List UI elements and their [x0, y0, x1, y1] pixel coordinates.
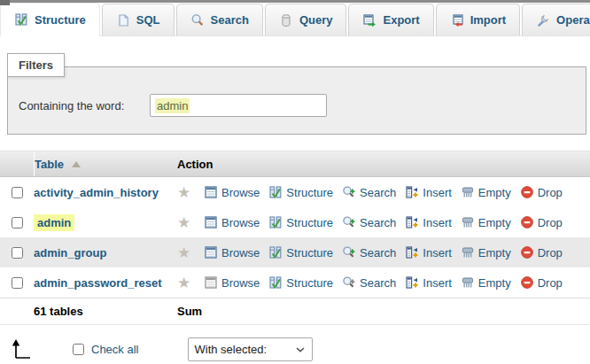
structure-link[interactable]: Structure	[268, 245, 333, 259]
tab-search[interactable]: Search	[176, 4, 263, 35]
tab-export[interactable]: Export	[348, 4, 433, 35]
browse-link[interactable]: Browse	[204, 185, 260, 199]
window-corner-notch	[0, 0, 10, 5]
page-tabs: Structure SQL Search Query Export Import…	[0, 3, 590, 36]
search-link[interactable]: Search	[342, 245, 396, 259]
structure-link[interactable]: Structure	[268, 275, 333, 290]
sql-icon	[116, 13, 130, 27]
browse-link[interactable]: Browse	[204, 275, 260, 290]
insert-row-icon	[405, 185, 419, 199]
rows-pointer-arrow-icon	[10, 338, 33, 360]
browse-table-icon	[204, 185, 218, 199]
table-header-row: Table Action	[0, 151, 590, 177]
tables-count: 61 tables	[34, 305, 83, 318]
search-plus-icon	[342, 215, 356, 229]
drop-link[interactable]: Drop	[520, 275, 563, 290]
insert-link[interactable]: Insert	[405, 245, 452, 259]
structure-icon	[268, 185, 283, 199]
tab-label: Import	[470, 13, 506, 27]
empty-table-icon	[461, 215, 475, 229]
tab-import[interactable]: Import	[436, 4, 520, 35]
insert-link[interactable]: Insert	[405, 185, 452, 199]
drop-icon	[520, 215, 534, 229]
tab-operations[interactable]: Operations	[522, 4, 590, 35]
search-link[interactable]: Search	[342, 215, 396, 229]
tab-label: SQL	[136, 13, 160, 27]
drop-icon	[520, 245, 534, 259]
table-name-link[interactable]: admin_password_reset	[34, 276, 162, 290]
row-checkbox[interactable]	[12, 247, 23, 259]
filter-label: Containing the word:	[19, 99, 150, 112]
filter-word-input[interactable]: admin	[150, 94, 327, 117]
empty-table-icon	[461, 275, 475, 290]
structure-icon	[268, 245, 283, 259]
structure-link[interactable]: Structure	[268, 215, 333, 229]
drop-link[interactable]: Drop	[520, 185, 563, 199]
table-name-link[interactable]: admin_group	[34, 246, 106, 259]
tab-structure[interactable]: Structure	[0, 3, 100, 36]
check-all-label: Check all	[91, 343, 138, 356]
tab-label: Operations	[556, 13, 590, 27]
row-checkbox[interactable]	[12, 187, 23, 198]
search-plus-icon	[342, 245, 356, 259]
row-checkbox[interactable]	[12, 217, 23, 228]
check-all-control[interactable]: Check all	[73, 343, 138, 356]
tab-label: Export	[383, 13, 419, 27]
operations-icon	[536, 13, 550, 27]
structure-icon	[268, 215, 283, 229]
empty-table-icon	[461, 185, 475, 199]
window-top-strip	[0, 0, 590, 3]
tables-list: Table Action activity_admin_history ★ Br…	[0, 151, 590, 325]
filter-input-value: admin	[155, 98, 190, 113]
favorite-star-icon[interactable]: ★	[177, 215, 193, 230]
browse-table-icon	[204, 275, 218, 290]
tab-query[interactable]: Query	[265, 4, 347, 35]
insert-link[interactable]: Insert	[405, 275, 452, 290]
insert-row-icon	[405, 245, 419, 259]
empty-table-icon	[461, 245, 475, 259]
filters-fieldset: Filters Containing the word: admin	[7, 66, 586, 135]
search-link[interactable]: Search	[342, 185, 396, 199]
structure-link[interactable]: Structure	[268, 185, 333, 199]
query-icon	[279, 13, 293, 27]
table-name-link[interactable]: admin	[34, 214, 74, 231]
empty-link[interactable]: Empty	[461, 275, 511, 290]
insert-link[interactable]: Insert	[405, 215, 452, 229]
favorite-star-icon[interactable]: ★	[177, 245, 193, 260]
action-header: Action	[177, 158, 213, 171]
tab-label: Query	[299, 13, 333, 27]
drop-link[interactable]: Drop	[520, 215, 563, 229]
empty-link[interactable]: Empty	[461, 245, 511, 259]
browse-table-icon	[204, 245, 218, 259]
search-plus-icon	[342, 185, 356, 199]
table-row: activity_admin_history ★ Browse Structur…	[0, 177, 590, 207]
sum-label: Sum	[177, 305, 202, 318]
table-name-link[interactable]: activity_admin_history	[34, 186, 159, 199]
sort-by-table-link[interactable]: Table	[35, 158, 64, 171]
row-checkbox[interactable]	[12, 277, 23, 289]
drop-icon	[520, 275, 534, 290]
tab-label: Structure	[35, 13, 86, 27]
table-footer-row: 61 tables Sum	[0, 298, 590, 324]
tab-sql[interactable]: SQL	[102, 4, 175, 35]
browse-link[interactable]: Browse	[204, 215, 260, 229]
browse-link[interactable]: Browse	[204, 245, 260, 259]
browse-table-icon	[204, 215, 218, 229]
drop-link[interactable]: Drop	[520, 245, 563, 259]
tab-label: Search	[211, 13, 249, 27]
filters-legend: Filters	[7, 53, 65, 77]
table-row: admin_group ★ Browse Structure Search In…	[0, 237, 590, 267]
favorite-star-icon[interactable]: ★	[177, 275, 193, 290]
check-all-checkbox[interactable]	[73, 344, 84, 355]
table-row: admin ★ Browse Structure Search Insert E…	[0, 207, 590, 237]
bulk-actions-bar: Check all With selected:	[0, 337, 590, 361]
favorite-star-icon[interactable]: ★	[177, 185, 193, 200]
search-icon	[190, 13, 205, 27]
with-selected-dropdown[interactable]: With selected:	[188, 337, 313, 361]
import-icon	[450, 13, 464, 27]
insert-row-icon	[405, 215, 419, 229]
empty-link[interactable]: Empty	[461, 185, 511, 199]
search-link[interactable]: Search	[342, 275, 396, 290]
empty-link[interactable]: Empty	[461, 215, 511, 229]
table-row: admin_password_reset ★ Browse Structure …	[0, 267, 590, 298]
